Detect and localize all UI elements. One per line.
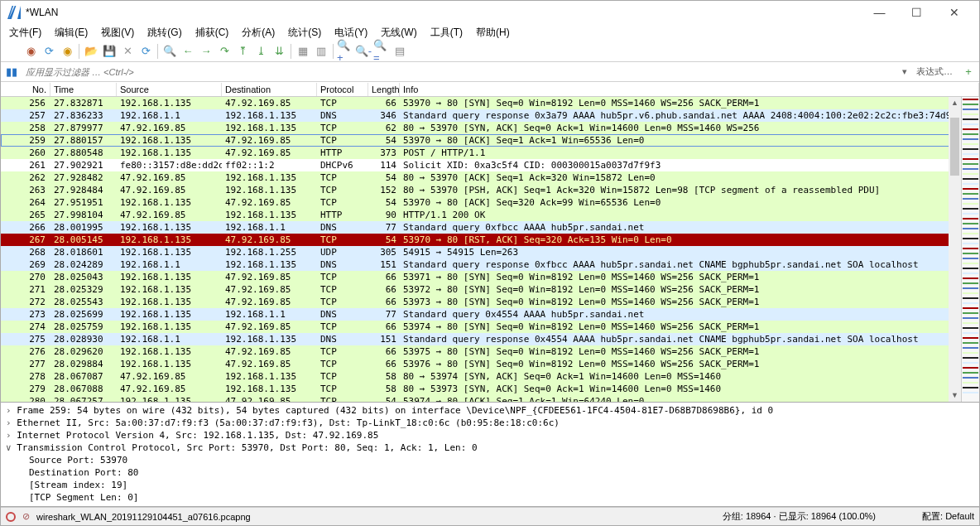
menu-item[interactable]: 文件(F) <box>4 25 46 41</box>
open-icon[interactable]: 📂 <box>83 43 99 60</box>
packet-list: No. Time Source Destination Protocol Len… <box>1 82 979 403</box>
detail-line[interactable]: Source Port: 53970 <box>6 454 974 466</box>
packet-row[interactable]: 27828.06708747.92.169.85192.168.1.135TCP… <box>1 370 979 383</box>
close-button[interactable]: ✕ <box>935 4 973 21</box>
go-last-icon[interactable]: ⤓ <box>252 43 269 60</box>
packet-list-header: No. Time Source Destination Protocol Len… <box>1 82 979 97</box>
packet-row[interactable]: 26628.001995192.168.1.135192.168.1.1DNS7… <box>1 221 979 234</box>
detail-line[interactable]: Ethernet II, Src: 5a:00:37:d7:f9:f3 (5a:… <box>6 417 974 429</box>
zoom-out-icon[interactable]: 🔍- <box>355 43 372 60</box>
packet-row[interactable]: 27228.025543192.168.1.13547.92.169.85TCP… <box>1 296 979 308</box>
packet-row[interactable]: 26427.951951192.168.1.13547.92.169.85TCP… <box>1 196 979 209</box>
packet-row[interactable]: 27428.025759192.168.1.13547.92.169.85TCP… <box>1 321 979 333</box>
col-length[interactable]: Length <box>368 83 400 96</box>
packet-row[interactable]: 27328.025699192.168.1.135192.168.1.1DNS7… <box>1 308 979 321</box>
save-icon[interactable]: 💾 <box>101 43 118 60</box>
find-icon[interactable]: 🔍 <box>161 43 178 60</box>
detail-line[interactable]: [TCP Segment Len: 0] <box>6 491 974 504</box>
autoscroll-icon[interactable]: ⇊ <box>271 43 287 60</box>
status-packets: 分组: 18964 · 已显示: 18964 (100.0%) <box>723 510 876 523</box>
packet-scrollbar[interactable]: ▲ ▼ <box>949 97 961 402</box>
go-first-icon[interactable]: ⤒ <box>234 43 251 60</box>
packet-row[interactable]: 26327.92848447.92.169.85192.168.1.135TCP… <box>1 184 979 196</box>
packet-row[interactable]: 26527.99810447.92.169.85192.168.1.135HTT… <box>1 209 979 221</box>
packet-row[interactable]: 27128.025329192.168.1.13547.92.169.85TCP… <box>1 283 979 296</box>
menu-item[interactable]: 工具(T) <box>425 25 468 41</box>
maximize-button[interactable]: ☐ <box>898 4 935 21</box>
display-filter-input[interactable] <box>22 65 893 79</box>
resize-cols-icon[interactable]: ▥ <box>313 43 329 60</box>
titlebar: *WLAN — ☐ ✕ <box>1 1 979 24</box>
prev-icon[interactable]: ← <box>180 43 196 60</box>
restart-capture-icon[interactable]: ⟳ <box>41 43 57 60</box>
detail-line[interactable]: Frame 259: 54 bytes on wire (432 bits), … <box>6 404 974 417</box>
detail-line[interactable]: Transmission Control Protocol, Src Port:… <box>6 442 974 454</box>
packet-row[interactable]: 27628.029620192.168.1.13547.92.169.85TCP… <box>1 345 979 358</box>
packet-row[interactable]: 26928.024289192.168.1.1192.168.1.135DNS1… <box>1 258 979 271</box>
menu-item[interactable]: 统计(S) <box>283 25 326 41</box>
col-destination[interactable]: Destination <box>222 83 317 96</box>
menu-item[interactable]: 分析(A) <box>237 25 280 41</box>
packet-row[interactable]: 27028.025043192.168.1.13547.92.169.85TCP… <box>1 271 979 283</box>
menu-item[interactable]: 跳转(G) <box>142 25 186 41</box>
reload-icon[interactable]: ⟳ <box>137 43 154 60</box>
packet-row[interactable]: 27728.029884192.168.1.13547.92.169.85TCP… <box>1 358 979 370</box>
packet-row[interactable]: 25927.880157192.168.1.13547.92.169.85TCP… <box>1 134 979 147</box>
packet-details[interactable]: Frame 259: 54 bytes on wire (432 bits), … <box>1 403 979 507</box>
options-icon[interactable]: ◉ <box>59 43 75 60</box>
colorize-icon[interactable]: ▦ <box>295 43 311 60</box>
zoom-in-icon[interactable]: 🔍+ <box>337 43 353 60</box>
status-profile[interactable]: 配置: Default <box>922 510 974 523</box>
expert-info-icon[interactable] <box>6 512 16 522</box>
menu-item[interactable]: 编辑(E) <box>50 25 93 41</box>
filter-bar: ▮▮ ▾ 表达式… + <box>1 62 979 82</box>
packet-row[interactable]: 26127.902921fe80::3157:d8e:dd2d…ff02::1:… <box>1 159 979 171</box>
filter-dropdown-icon[interactable]: ▾ <box>896 66 913 77</box>
packet-row[interactable]: 26227.92848247.92.169.85192.168.1.135TCP… <box>1 171 979 184</box>
packet-row[interactable]: 27928.06708847.92.169.85192.168.1.135TCP… <box>1 383 979 395</box>
menu-item[interactable]: 视图(V) <box>96 25 139 41</box>
col-time[interactable]: Time <box>50 83 117 96</box>
packet-row[interactable]: 26027.880548192.168.1.13547.92.169.85HTT… <box>1 147 979 159</box>
packet-row[interactable]: 25627.832871192.168.1.13547.92.169.85TCP… <box>1 97 979 109</box>
add-filter-icon[interactable]: + <box>961 65 976 80</box>
packet-row[interactable]: 27528.028930192.168.1.1192.168.1.135DNS1… <box>1 333 979 345</box>
minimize-button[interactable]: — <box>861 4 898 21</box>
packet-row[interactable]: 28028.067257192.168.1.13547.92.169.85TCP… <box>1 395 979 402</box>
menu-item[interactable]: 捕获(C) <box>190 25 234 41</box>
packet-row[interactable]: 26728.005145192.168.1.13547.92.169.85TCP… <box>1 234 979 246</box>
detail-line[interactable]: Destination Port: 80 <box>6 466 974 479</box>
detail-line[interactable]: Internet Protocol Version 4, Src: 192.16… <box>6 429 974 442</box>
col-info[interactable]: Info <box>400 83 979 96</box>
packet-row[interactable]: 25727.836233192.168.1.1192.168.1.135DNS3… <box>1 109 979 122</box>
toolbar: ◉ ⟳ ◉ 📂 💾 ✕ ⟳ 🔍 ← → ↷ ⤒ ⤓ ⇊ ▦ ▥ 🔍+ 🔍- 🔍=… <box>1 41 979 62</box>
close-file-icon[interactable]: ✕ <box>119 43 136 60</box>
expression-button[interactable]: 表达式… <box>916 65 958 78</box>
menubar: 文件(F)编辑(E)视图(V)跳转(G)捕获(C)分析(A)统计(S)电话(Y)… <box>1 24 979 41</box>
fin-icon[interactable] <box>4 43 21 60</box>
zoom-reset-icon[interactable]: 🔍= <box>373 43 390 60</box>
packet-minimap[interactable] <box>961 97 979 402</box>
detail-line[interactable]: [Stream index: 19] <box>6 479 974 491</box>
stop-capture-icon[interactable]: ◉ <box>22 43 39 60</box>
packet-row[interactable]: 26828.018601192.168.1.135192.168.1.255UD… <box>1 246 979 258</box>
col-no[interactable]: No. <box>1 83 50 96</box>
col-source[interactable]: Source <box>117 83 222 96</box>
menu-item[interactable]: 帮助(H) <box>471 25 515 41</box>
status-file: wireshark_WLAN_20191129104451_a07616.pca… <box>36 512 251 522</box>
jump-icon[interactable]: ↷ <box>216 43 233 60</box>
status-cancel-icon[interactable]: ⊘ <box>22 511 30 522</box>
next-icon[interactable]: → <box>198 43 214 60</box>
packet-row[interactable]: 25827.87997747.92.169.85192.168.1.135TCP… <box>1 122 979 134</box>
statusbar: ⊘ wireshark_WLAN_20191129104451_a07616.p… <box>1 507 979 525</box>
resize-all-icon[interactable]: ▤ <box>392 43 408 60</box>
window-title: *WLAN <box>26 7 58 18</box>
col-protocol[interactable]: Protocol <box>317 83 368 96</box>
bookmark-icon[interactable]: ▮▮ <box>4 65 19 80</box>
app-icon <box>7 6 21 19</box>
scrollbar-thumb[interactable] <box>950 118 959 176</box>
